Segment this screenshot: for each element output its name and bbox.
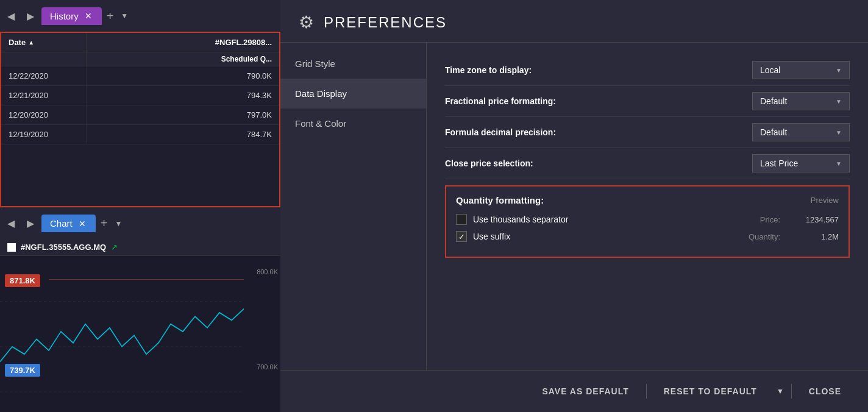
timezone-value: Local bbox=[760, 65, 780, 75]
nav-item-data-display[interactable]: Data Display bbox=[280, 79, 426, 108]
suffix-preview: Quantity: 1.2M bbox=[749, 232, 839, 241]
preferences-content: Time zone to display: Local ▼ Fractional… bbox=[427, 43, 868, 370]
use-suffix-row: ✓ Use suffix Quantity: 1.2M bbox=[456, 231, 839, 242]
history-tab-bar: ◀ ▶ History ✕ + ▼ bbox=[0, 0, 280, 32]
chart-tab-label: Chart bbox=[50, 218, 73, 229]
nav-item-font-color[interactable]: Font & Color bbox=[280, 108, 426, 138]
table-row[interactable]: 12/19/2020 784.7K bbox=[1, 125, 279, 144]
fractional-label: Fractional price formatting: bbox=[445, 96, 752, 106]
value-cell: 794.3K bbox=[87, 86, 279, 105]
timezone-dropdown-arrow: ▼ bbox=[836, 67, 842, 74]
preview-label: Preview bbox=[811, 196, 839, 205]
timezone-dropdown[interactable]: Local ▼ bbox=[752, 61, 850, 79]
value-cell: 784.7K bbox=[87, 125, 279, 144]
footer-divider-1 bbox=[646, 384, 647, 399]
footer-divider-2 bbox=[791, 384, 792, 399]
quantity-formatting-header: Quantity formatting: Preview bbox=[456, 195, 839, 205]
price-preview-value: 1234.567 bbox=[790, 215, 839, 224]
history-table-header: Date ▲ #NGFL.29808... bbox=[1, 33, 279, 52]
history-table-subheader: Scheduled Q... bbox=[1, 52, 279, 66]
chart-tab[interactable]: Chart ✕ bbox=[41, 215, 96, 232]
value-column-header: #NGFL.29808... bbox=[87, 33, 279, 52]
chart-body: 871.8K 739.7K 800.0K 700.0K bbox=[0, 256, 280, 407]
chart-tab-menu-button[interactable]: ▼ bbox=[112, 219, 124, 228]
fractional-dropdown[interactable]: Default ▼ bbox=[752, 92, 850, 110]
thousands-separator-row: Use thousands separator Price: 1234.567 bbox=[456, 214, 839, 225]
fractional-row: Fractional price formatting: Default ▼ bbox=[445, 86, 850, 117]
value-cell: 790.0K bbox=[87, 66, 279, 85]
chart-color-indicator bbox=[7, 243, 16, 252]
thousands-separator-checkbox[interactable] bbox=[456, 214, 467, 225]
close-price-dropdown[interactable]: Last Price ▼ bbox=[752, 154, 850, 172]
close-price-value: Last Price bbox=[760, 158, 798, 168]
close-button[interactable]: CLOSE bbox=[794, 378, 856, 405]
use-suffix-checkbox[interactable]: ✓ bbox=[456, 231, 467, 242]
reset-to-default-button[interactable]: RESET TO DEFAULT bbox=[649, 378, 772, 405]
price-preview-key: Price: bbox=[760, 215, 780, 224]
fractional-dropdown-arrow: ▼ bbox=[836, 98, 842, 105]
timezone-row: Time zone to display: Local ▼ bbox=[445, 55, 850, 86]
quantity-formatting-box: Quantity formatting: Preview Use thousan… bbox=[445, 185, 850, 258]
table-row[interactable]: 12/22/2020 790.0K bbox=[1, 66, 279, 86]
preferences-title: PREFERENCES bbox=[324, 14, 447, 31]
chart-forward-button[interactable]: ▶ bbox=[22, 215, 39, 232]
chart-canvas bbox=[0, 256, 244, 407]
chart-status-icon: ↗ bbox=[111, 243, 118, 252]
close-price-label: Close price selection: bbox=[445, 158, 752, 168]
history-tab-label: History bbox=[50, 11, 79, 21]
date-column-header: Date ▲ bbox=[1, 33, 87, 52]
close-price-dropdown-arrow: ▼ bbox=[836, 160, 842, 167]
reset-to-default-split: RESET TO DEFAULT ▼ bbox=[649, 378, 789, 405]
formula-dropdown-arrow: ▼ bbox=[836, 129, 842, 136]
left-panel: ◀ ▶ History ✕ + ▼ Date ▲ #NGFL.29808... … bbox=[0, 0, 280, 412]
chart-y-label-low: 700.0K bbox=[257, 363, 278, 371]
quantity-preview-value: 1.2M bbox=[790, 232, 839, 241]
chart-tab-add-button[interactable]: + bbox=[98, 216, 110, 230]
save-as-default-button[interactable]: SAVE AS DEFAULT bbox=[527, 378, 643, 405]
preferences-body: Grid Style Data Display Font & Color Tim… bbox=[280, 43, 868, 370]
chart-back-button[interactable]: ◀ bbox=[2, 215, 20, 232]
chart-section: #NGFL.35555.AGG.MQ ↗ 871.8K 739.7K 800 bbox=[0, 239, 280, 412]
history-table: Date ▲ #NGFL.29808... Scheduled Q... 12/… bbox=[0, 32, 280, 207]
value-subheader: Scheduled Q... bbox=[87, 52, 279, 66]
history-tab-menu-button[interactable]: ▼ bbox=[118, 12, 130, 20]
history-tab-close-button[interactable]: ✕ bbox=[84, 11, 93, 21]
close-price-row: Close price selection: Last Price ▼ bbox=[445, 148, 850, 179]
gear-icon: ⚙ bbox=[299, 12, 314, 32]
timezone-label: Time zone to display: bbox=[445, 65, 752, 75]
preferences-footer: SAVE AS DEFAULT RESET TO DEFAULT ▼ CLOSE bbox=[280, 370, 868, 412]
history-tab-add-button[interactable]: + bbox=[104, 9, 116, 23]
quantity-formatting-title: Quantity formatting: bbox=[456, 195, 544, 205]
table-row[interactable]: 12/21/2020 794.3K bbox=[1, 86, 279, 105]
date-cell: 12/22/2020 bbox=[1, 66, 87, 85]
thousands-preview: Price: 1234.567 bbox=[760, 215, 839, 224]
formula-dropdown[interactable]: Default ▼ bbox=[752, 123, 850, 141]
thousands-separator-label: Use thousands separator bbox=[473, 215, 760, 224]
date-cell: 12/19/2020 bbox=[1, 125, 87, 144]
chart-tab-close-button[interactable]: ✕ bbox=[77, 219, 87, 229]
quantity-preview-key: Quantity: bbox=[749, 232, 780, 241]
date-subheader bbox=[1, 52, 87, 66]
history-tab[interactable]: History ✕ bbox=[41, 7, 102, 25]
preferences-panel: ⚙ PREFERENCES Grid Style Data Display Fo… bbox=[280, 0, 868, 412]
date-cell: 12/20/2020 bbox=[1, 105, 87, 124]
preferences-nav: Grid Style Data Display Font & Color bbox=[280, 43, 427, 370]
chart-tab-bar: ◀ ▶ Chart ✕ + ▼ bbox=[0, 207, 280, 239]
formula-row: Formula decimal precision: Default ▼ bbox=[445, 117, 850, 148]
history-back-button[interactable]: ◀ bbox=[2, 8, 20, 24]
fractional-value: Default bbox=[760, 96, 787, 106]
table-row[interactable]: 12/20/2020 797.0K bbox=[1, 105, 279, 125]
chart-y-label-high: 800.0K bbox=[257, 268, 278, 275]
chart-ticker: #NGFL.35555.AGG.MQ bbox=[21, 243, 106, 252]
chart-header: #NGFL.35555.AGG.MQ ↗ bbox=[0, 239, 280, 256]
reset-dropdown-arrow-button[interactable]: ▼ bbox=[772, 378, 789, 404]
history-forward-button[interactable]: ▶ bbox=[22, 8, 39, 24]
date-cell: 12/21/2020 bbox=[1, 86, 87, 105]
use-suffix-label: Use suffix bbox=[473, 232, 749, 241]
preferences-header: ⚙ PREFERENCES bbox=[280, 0, 868, 43]
nav-item-grid-style[interactable]: Grid Style bbox=[280, 49, 426, 79]
formula-label: Formula decimal precision: bbox=[445, 127, 752, 137]
formula-value: Default bbox=[760, 127, 787, 137]
value-cell: 797.0K bbox=[87, 105, 279, 124]
